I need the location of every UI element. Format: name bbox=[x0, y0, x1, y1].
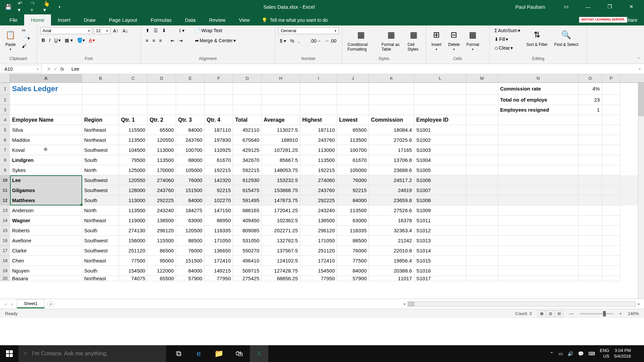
cell[interactable]: S1015 bbox=[414, 256, 466, 266]
cell[interactable]: 132762.5 bbox=[262, 236, 300, 246]
cell[interactable] bbox=[82, 105, 119, 115]
cell[interactable]: 119000 bbox=[119, 216, 148, 226]
cell[interactable]: Qtr. 4 bbox=[205, 115, 233, 125]
cell[interactable] bbox=[466, 165, 498, 175]
row-header-18[interactable]: 18 bbox=[0, 256, 10, 266]
row-header-14[interactable]: 14 bbox=[0, 216, 10, 226]
cell[interactable]: 85667.5 bbox=[262, 155, 300, 165]
cell[interactable]: 122000 bbox=[148, 266, 176, 276]
cell[interactable] bbox=[337, 83, 369, 95]
cell[interactable]: 137567.5 bbox=[262, 246, 300, 256]
format-painter-icon[interactable]: 🖌 bbox=[20, 43, 31, 49]
view-page-break-icon[interactable]: ▤ bbox=[555, 310, 563, 317]
font-size-combo[interactable]: 12▾ bbox=[94, 27, 110, 34]
cell[interactable]: 32363.4 bbox=[369, 226, 414, 236]
user-name[interactable]: Paul Paulsen bbox=[516, 4, 545, 10]
cell[interactable]: 170000 bbox=[148, 165, 176, 175]
zoom-slider[interactable] bbox=[580, 313, 613, 314]
cell[interactable] bbox=[602, 185, 621, 195]
cell[interactable]: 86500 bbox=[148, 246, 176, 256]
excel-app-icon[interactable]: X bbox=[250, 345, 268, 362]
expand-formula-icon[interactable]: ▾ bbox=[636, 67, 644, 71]
cell[interactable]: 102270 bbox=[205, 195, 233, 205]
wrap-text-button[interactable]: 📄 Wrap Text bbox=[194, 27, 237, 34]
cell[interactable]: Southwest bbox=[82, 175, 119, 185]
col-header-G[interactable]: G bbox=[233, 74, 262, 82]
cell[interactable]: 113027.5 bbox=[262, 125, 300, 135]
row-header-3[interactable]: 3 bbox=[0, 105, 10, 115]
battery-icon[interactable]: ▭ bbox=[558, 351, 563, 356]
cell[interactable]: 88500 bbox=[337, 236, 369, 246]
zoom-level[interactable]: 140% bbox=[628, 311, 639, 316]
cell[interactable] bbox=[466, 115, 498, 125]
cell[interactable] bbox=[466, 155, 498, 165]
cell[interactable]: 100700 bbox=[176, 145, 205, 155]
cell[interactable]: Chen bbox=[10, 256, 82, 266]
cell[interactable]: 688165 bbox=[233, 205, 262, 216]
cell[interactable]: 18084.4 bbox=[369, 125, 414, 135]
cell[interactable] bbox=[300, 95, 337, 105]
cell[interactable] bbox=[176, 83, 205, 95]
formula-input[interactable]: Lee bbox=[68, 65, 636, 73]
ribbon-display-icon[interactable]: ▭ bbox=[558, 0, 574, 13]
spreadsheet-grid[interactable]: 1234567891011121314151617181920 ABCDEFGH… bbox=[0, 74, 644, 299]
cell[interactable]: 274060 bbox=[300, 175, 337, 185]
align-top-icon[interactable]: ⬆ bbox=[144, 27, 151, 34]
cell[interactable]: 79500 bbox=[119, 155, 148, 165]
column-headers[interactable]: ABCDEFGHIJKLMNOP bbox=[10, 74, 644, 83]
cell[interactable] bbox=[579, 276, 602, 281]
cell[interactable]: 452110 bbox=[233, 125, 262, 135]
cell[interactable]: 24619 bbox=[369, 185, 414, 195]
cell[interactable] bbox=[262, 105, 300, 115]
cell[interactable]: 591495 bbox=[233, 195, 262, 205]
cell[interactable]: 675640 bbox=[233, 135, 262, 145]
cell[interactable]: 104500 bbox=[119, 145, 148, 155]
cell[interactable]: Commission rate bbox=[498, 83, 579, 95]
cell[interactable] bbox=[498, 145, 579, 155]
cell[interactable]: S1016 bbox=[414, 266, 466, 276]
cell[interactable] bbox=[602, 266, 621, 276]
cell[interactable]: 110925 bbox=[205, 145, 233, 155]
select-all-corner[interactable] bbox=[0, 74, 10, 83]
cell[interactable]: 113500 bbox=[337, 205, 369, 216]
cell[interactable] bbox=[579, 145, 602, 155]
cell[interactable]: Clarke bbox=[10, 246, 82, 256]
cell[interactable]: Southwest bbox=[82, 236, 119, 246]
cell[interactable]: Employees resigned bbox=[498, 105, 579, 115]
cell[interactable]: 192215 bbox=[205, 165, 233, 175]
cell[interactable]: Southwest bbox=[82, 145, 119, 155]
cell[interactable]: 76000 bbox=[176, 246, 205, 256]
cell[interactable]: 113000 bbox=[148, 145, 176, 155]
cell[interactable] bbox=[466, 266, 498, 276]
cell[interactable]: 61670 bbox=[205, 155, 233, 165]
cell[interactable] bbox=[176, 95, 205, 105]
cell[interactable] bbox=[579, 256, 602, 266]
cell[interactable]: 147873.75 bbox=[262, 195, 300, 205]
cell[interactable] bbox=[579, 216, 602, 226]
cell[interactable] bbox=[498, 216, 579, 226]
cell[interactable]: 11017 bbox=[369, 276, 414, 281]
row-header-16[interactable]: 16 bbox=[0, 236, 10, 246]
cell[interactable] bbox=[337, 105, 369, 115]
enter-formula-icon[interactable]: ✓ bbox=[54, 66, 58, 72]
edge-icon[interactable]: e bbox=[190, 345, 208, 362]
cell[interactable] bbox=[602, 95, 621, 105]
tab-page-layout[interactable]: Page Layout bbox=[102, 14, 144, 25]
cell[interactable]: Southwest bbox=[82, 185, 119, 195]
cell[interactable]: 172410 bbox=[205, 256, 233, 266]
row-header-19[interactable]: 19 bbox=[0, 266, 10, 276]
cell[interactable]: S1014 bbox=[414, 246, 466, 256]
cell[interactable] bbox=[262, 95, 300, 105]
cell[interactable]: 615475 bbox=[233, 185, 262, 195]
cell[interactable] bbox=[498, 165, 579, 175]
start-button[interactable] bbox=[0, 345, 18, 362]
cell[interactable]: 125000 bbox=[119, 165, 148, 175]
cell[interactable] bbox=[602, 226, 621, 236]
cell[interactable]: 120550 bbox=[119, 175, 148, 185]
view-page-layout-icon[interactable]: ▥ bbox=[546, 310, 554, 317]
cell[interactable] bbox=[579, 195, 602, 205]
cell[interactable] bbox=[369, 95, 414, 105]
cell[interactable]: S1004 bbox=[414, 155, 466, 165]
increase-font-icon[interactable]: A↑ bbox=[112, 27, 120, 34]
cell[interactable] bbox=[498, 226, 579, 236]
